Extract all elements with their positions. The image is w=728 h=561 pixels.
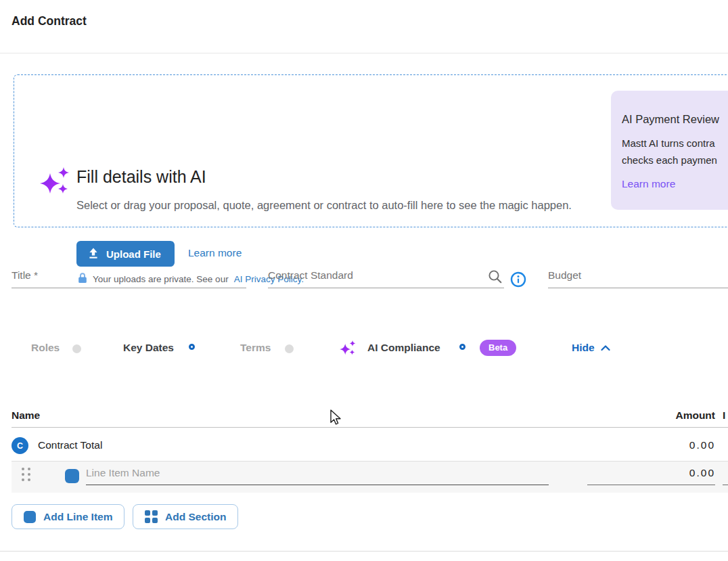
contract-total-amount: 0.00 <box>689 439 715 451</box>
chevron-up-icon <box>601 342 610 354</box>
beta-badge: Beta <box>480 340 516 356</box>
title-input[interactable] <box>12 269 246 288</box>
line-item-square-icon <box>65 469 79 483</box>
upload-file-button[interactable]: Upload File <box>76 241 175 267</box>
ai-compliance-sparkle-icon <box>339 340 357 360</box>
line-item-amount-input[interactable] <box>587 467 715 485</box>
key-dates-status-ring <box>189 344 195 350</box>
tab-terms[interactable]: Terms <box>240 342 271 354</box>
line-item-next-field-underline <box>723 485 728 485</box>
banner-learn-more-link[interactable]: Learn more <box>188 247 242 259</box>
ai-compliance-status-ring <box>459 344 465 350</box>
hide-toggle[interactable]: Hide <box>572 342 610 354</box>
header-divider <box>0 53 728 53</box>
line-item-icon <box>24 511 36 523</box>
side-card-body-line2: checks each paymen <box>622 152 728 169</box>
column-header-name: Name <box>12 409 40 422</box>
ai-banner-title: Fill details with AI <box>76 167 206 187</box>
ai-banner-description: Select or drag your proposal, quote, agr… <box>76 197 574 214</box>
table-header-divider <box>12 427 728 428</box>
side-card-learn-more-link[interactable]: Learn more <box>622 178 675 190</box>
side-card-body: Mastt AI turns contra checks each paymen <box>622 135 728 169</box>
upload-icon <box>87 247 99 261</box>
add-line-item-button[interactable]: Add Line Item <box>12 504 124 529</box>
side-card-body-line1: Mastt AI turns contra <box>622 135 728 152</box>
ai-fill-dropzone[interactable]: Fill details with AI Select or drag your… <box>14 74 728 227</box>
page-title: Add Contract <box>12 14 87 28</box>
section-grid-icon <box>145 510 158 523</box>
ai-payment-review-card: AI Payment Review Mastt AI turns contra … <box>611 91 728 210</box>
column-header-amount: Amount <box>675 409 715 422</box>
ai-sparkle-icon <box>39 166 71 201</box>
column-header-partial: I <box>723 409 725 422</box>
contract-standard-input[interactable] <box>268 269 504 288</box>
drag-handle-icon[interactable] <box>22 468 30 481</box>
info-icon[interactable] <box>510 271 526 290</box>
contract-total-label: Contract Total <box>38 439 102 451</box>
bottom-divider <box>0 551 728 552</box>
tab-ai-compliance[interactable]: AI Compliance <box>367 342 440 354</box>
tab-roles[interactable]: Roles <box>31 342 60 354</box>
upload-button-label: Upload File <box>106 248 161 260</box>
add-line-item-label: Add Line Item <box>43 511 112 523</box>
hide-label: Hide <box>572 342 595 354</box>
roles-status-dot <box>72 344 81 353</box>
tab-key-dates[interactable]: Key Dates <box>123 342 174 354</box>
add-contract-page: Add Contract Fill details with AI Select… <box>0 0 728 561</box>
add-section-label: Add Section <box>165 511 226 523</box>
side-card-title: AI Payment Review <box>622 113 728 126</box>
budget-input[interactable] <box>548 269 728 288</box>
add-section-button[interactable]: Add Section <box>133 504 238 529</box>
terms-status-dot <box>285 344 294 353</box>
line-item-name-input[interactable] <box>86 467 549 485</box>
search-icon <box>488 269 503 287</box>
contract-avatar: C <box>12 437 28 454</box>
